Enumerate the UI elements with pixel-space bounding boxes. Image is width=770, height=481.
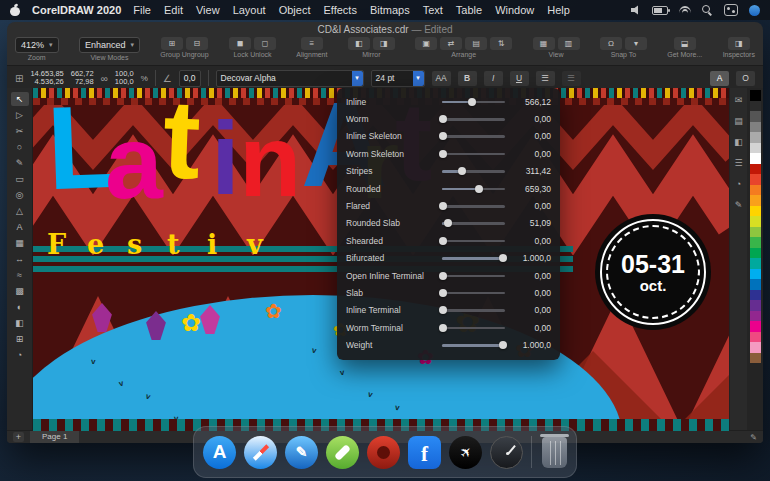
color-swatch[interactable] xyxy=(750,311,761,322)
connector-tool[interactable]: ≈ xyxy=(11,268,29,282)
snap-to-button[interactable]: Ω xyxy=(600,37,622,50)
slider[interactable] xyxy=(442,97,505,107)
control-center-icon[interactable] xyxy=(724,4,738,16)
dock-trash[interactable] xyxy=(542,437,567,468)
slider[interactable] xyxy=(442,288,505,298)
table-tool[interactable]: ▦ xyxy=(11,236,29,250)
slider[interactable] xyxy=(442,271,505,281)
color-swatch[interactable] xyxy=(750,143,761,154)
menu-edit[interactable]: Edit xyxy=(164,4,183,16)
wifi-icon[interactable] xyxy=(679,5,691,15)
page-tab[interactable]: Page 1 xyxy=(30,431,79,443)
color-swatch[interactable] xyxy=(750,132,761,143)
properties-icon[interactable]: ◧ xyxy=(734,137,743,147)
color-swatch[interactable] xyxy=(750,227,761,238)
slider[interactable] xyxy=(442,114,505,124)
lock-ratio-icon[interactable]: ∞ xyxy=(101,73,108,84)
menu-text[interactable]: Text xyxy=(423,4,443,16)
slider[interactable] xyxy=(442,184,505,194)
arrange-align-button[interactable]: ▤ xyxy=(465,37,487,50)
edit-icon[interactable]: ✎ xyxy=(750,433,757,442)
arrange-order-button[interactable]: ⇄ xyxy=(440,37,462,50)
dock-safari[interactable] xyxy=(244,436,277,469)
color-swatch[interactable] xyxy=(750,353,761,364)
color-swatch[interactable] xyxy=(750,101,761,112)
shape-tool[interactable]: ▷ xyxy=(11,108,29,122)
align-options-button[interactable]: ☰ xyxy=(562,71,581,86)
color-swatch[interactable] xyxy=(750,237,761,248)
slider-thumb[interactable] xyxy=(439,202,447,210)
avatar-icon[interactable] xyxy=(749,5,760,16)
text-properties-button[interactable]: A xyxy=(710,71,729,86)
lock-button[interactable]: ◼ xyxy=(229,37,251,50)
mirror-vertical-button[interactable]: ◨ xyxy=(373,37,395,50)
color-swatch[interactable] xyxy=(750,332,761,343)
scale-factor[interactable]: 100,0 100,0 xyxy=(115,70,134,87)
bold-button[interactable]: B xyxy=(458,71,477,86)
slider[interactable] xyxy=(442,253,505,263)
menu-help[interactable]: Help xyxy=(547,4,570,16)
slider-thumb[interactable] xyxy=(439,272,447,280)
volume-icon[interactable] xyxy=(631,5,641,15)
zoom-level-select[interactable]: 412% ▾ xyxy=(15,37,59,53)
battery-icon[interactable] xyxy=(652,6,668,15)
inspectors-button[interactable]: ◨ xyxy=(728,37,750,50)
layers-icon[interactable]: ☰ xyxy=(734,158,742,168)
dock-camera-red[interactable] xyxy=(367,436,400,469)
slider-thumb[interactable] xyxy=(475,185,483,193)
menu-bitmaps[interactable]: Bitmaps xyxy=(370,4,410,16)
slider-thumb[interactable] xyxy=(468,98,476,106)
color-swatch[interactable] xyxy=(750,174,761,185)
edit-icon[interactable]: ✎ xyxy=(735,200,743,210)
slider[interactable] xyxy=(442,131,505,141)
group-button[interactable]: ⊞ xyxy=(161,37,183,50)
dock-rocket[interactable]: ✈ xyxy=(449,436,482,469)
mirror-horizontal-button[interactable]: ◧ xyxy=(348,37,370,50)
menu-object[interactable]: Object xyxy=(279,4,311,16)
slider[interactable] xyxy=(442,340,505,350)
search-icon[interactable] xyxy=(702,5,713,16)
color-swatch[interactable] xyxy=(750,216,761,227)
slider-thumb[interactable] xyxy=(439,237,447,245)
dock-gauge[interactable] xyxy=(490,436,523,469)
menu-window[interactable]: Window xyxy=(495,4,534,16)
transparency-tool[interactable]: ◐ xyxy=(11,300,29,314)
slider[interactable] xyxy=(442,323,505,333)
dock-app-store[interactable]: A xyxy=(203,436,236,469)
color-swatch[interactable] xyxy=(750,279,761,290)
slider[interactable] xyxy=(442,149,505,159)
menu-file[interactable]: File xyxy=(133,4,151,16)
color-swatch[interactable] xyxy=(750,248,761,259)
slider-thumb[interactable] xyxy=(439,150,447,158)
view-grid-button[interactable]: ▦ xyxy=(533,37,555,50)
menu-table[interactable]: Table xyxy=(456,4,482,16)
dimension-tool[interactable]: ↔ xyxy=(11,252,29,266)
font-size-select[interactable]: 24 pt ▾ xyxy=(371,70,425,87)
caps-button[interactable]: AA xyxy=(432,71,451,86)
color-swatch[interactable] xyxy=(750,321,761,332)
slider-thumb[interactable] xyxy=(444,219,452,227)
outline-properties-button[interactable]: O xyxy=(736,71,755,86)
comments-icon[interactable]: ✉ xyxy=(735,95,743,105)
unlock-button[interactable]: ◻ xyxy=(254,37,276,50)
color-swatch[interactable] xyxy=(750,164,761,175)
menu-view[interactable]: View xyxy=(196,4,220,16)
slider[interactable] xyxy=(442,201,505,211)
list-button[interactable]: ☰ xyxy=(536,71,555,86)
color-swatch[interactable] xyxy=(750,122,761,133)
eyedropper-tool[interactable]: ⊞ xyxy=(11,332,29,346)
add-page-button[interactable]: + xyxy=(13,432,24,442)
slider-thumb[interactable] xyxy=(439,132,447,140)
view-rulers-button[interactable]: ▥ xyxy=(558,37,580,50)
color-swatch[interactable] xyxy=(750,300,761,311)
slider-thumb[interactable] xyxy=(458,167,466,175)
chevron-down-icon[interactable]: ▾ xyxy=(625,37,647,50)
font-family-select[interactable]: Decovar Alpha ▾ xyxy=(216,70,364,87)
rotation-angle-field[interactable]: 0,0 xyxy=(179,70,201,87)
slider-thumb[interactable] xyxy=(499,341,507,349)
color-swatch[interactable] xyxy=(750,153,761,164)
view-mode-select[interactable]: Enhanced ▾ xyxy=(79,37,140,53)
slider[interactable] xyxy=(442,218,505,228)
arrange-front-button[interactable]: ▣ xyxy=(415,37,437,50)
slider-thumb[interactable] xyxy=(439,324,447,332)
